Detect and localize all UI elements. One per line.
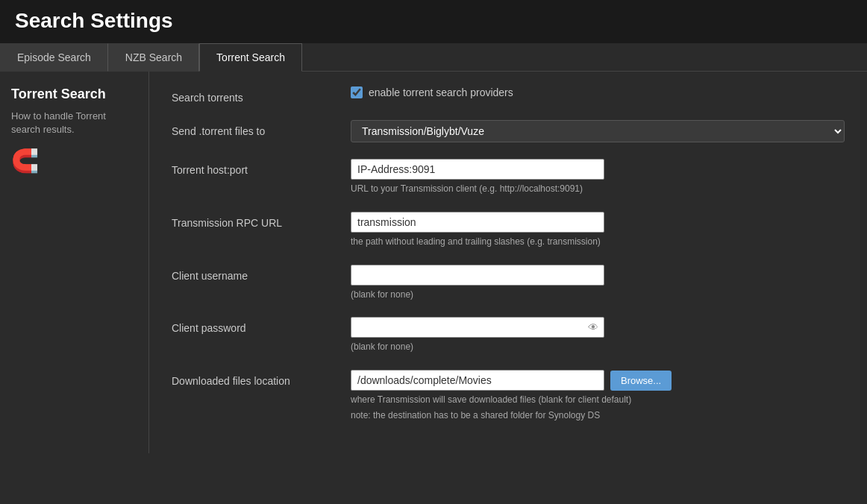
page-header: Search Settings	[0, 0, 867, 43]
enable-torrent-providers-label[interactable]: enable torrent search providers	[351, 86, 845, 98]
show-password-icon[interactable]: 👁	[588, 321, 598, 333]
tab-torrent-search[interactable]: Torrent Search	[199, 43, 302, 72]
transmission-rpc-row: Transmission RPC URL the path without le…	[172, 212, 845, 248]
client-username-label: Client username	[172, 265, 351, 282]
download-location-hint2: note: the destination has to be a shared…	[351, 409, 845, 422]
send-torrent-select[interactable]: Transmission/Biglybt/Vuze Deluge qBittor…	[351, 120, 845, 142]
send-torrent-label: Send .torrent files to	[172, 120, 351, 137]
send-torrent-row: Send .torrent files to Transmission/Bigl…	[172, 120, 845, 142]
torrent-host-input[interactable]	[351, 159, 604, 180]
sidebar-description: How to handle Torrent search results.	[11, 110, 137, 136]
client-password-hint: (blank for none)	[351, 341, 845, 353]
download-location-label: Downloaded files location	[172, 370, 351, 387]
client-password-input[interactable]	[351, 317, 604, 338]
download-location-control: Browse... where Transmission will save d…	[351, 370, 845, 422]
client-password-row: Client password 👁 (blank for none)	[172, 317, 845, 353]
main-content: Torrent Search How to handle Torrent sea…	[0, 72, 867, 453]
client-password-label: Client password	[172, 317, 351, 334]
client-username-control: (blank for none)	[351, 265, 845, 301]
sidebar-title: Torrent Search	[11, 86, 137, 102]
torrent-host-label: Torrent host:port	[172, 159, 351, 176]
client-username-row: Client username (blank for none)	[172, 265, 845, 301]
send-torrent-control: Transmission/Biglybt/Vuze Deluge qBittor…	[351, 120, 845, 142]
browse-button[interactable]: Browse...	[610, 371, 672, 391]
tab-episode-search[interactable]: Episode Search	[0, 43, 108, 72]
client-password-control: 👁 (blank for none)	[351, 317, 845, 353]
tab-nzb-search[interactable]: NZB Search	[108, 43, 199, 72]
torrent-host-control: URL to your Transmission client (e.g. ht…	[351, 159, 845, 195]
transmission-rpc-input[interactable]	[351, 212, 604, 233]
torrent-host-hint: URL to your Transmission client (e.g. ht…	[351, 183, 845, 195]
search-torrents-label: Search torrents	[172, 86, 351, 104]
transmission-rpc-label: Transmission RPC URL	[172, 212, 351, 229]
enable-torrent-providers-checkbox[interactable]	[351, 86, 363, 98]
page-title: Search Settings	[15, 9, 852, 33]
tabs-bar: Episode Search NZB Search Torrent Search	[0, 43, 867, 72]
client-username-input[interactable]	[351, 265, 604, 286]
settings-form: Search torrents enable torrent search pr…	[149, 72, 867, 453]
download-location-row: Downloaded files location Browse... wher…	[172, 370, 845, 422]
search-torrents-row: Search torrents enable torrent search pr…	[172, 86, 845, 104]
password-input-wrap: 👁	[351, 317, 604, 338]
download-location-hint1: where Transmission will save downloaded …	[351, 394, 845, 406]
sidebar: Torrent Search How to handle Torrent sea…	[0, 72, 149, 453]
torrent-host-row: Torrent host:port URL to your Transmissi…	[172, 159, 845, 195]
search-torrents-control: enable torrent search providers	[351, 86, 845, 98]
download-location-input[interactable]	[351, 370, 604, 391]
torrent-icon: 🧲	[11, 148, 137, 174]
transmission-rpc-control: the path without leading and trailing sl…	[351, 212, 845, 248]
file-location-row: Browse...	[351, 370, 845, 391]
client-username-hint: (blank for none)	[351, 289, 845, 301]
transmission-rpc-hint: the path without leading and trailing sl…	[351, 236, 845, 248]
